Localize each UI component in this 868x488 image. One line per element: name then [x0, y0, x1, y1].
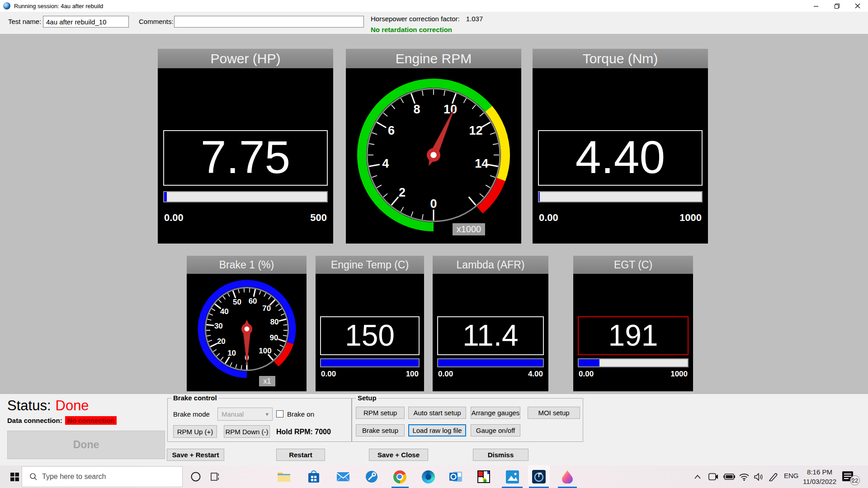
auto-start-setup-button[interactable]: Auto start setup	[408, 407, 466, 419]
edge-button[interactable]	[418, 465, 438, 488]
hp-correction: Horsepower correction factor:1.037	[371, 15, 483, 23]
gauge-area: Power (HP) 7.75 0.00 500 Engine RPM 0246…	[0, 34, 868, 394]
battery-button[interactable]	[722, 465, 737, 488]
brake1-dial: 0102030405060708090100	[187, 274, 307, 391]
lambda-range: 0.00 4.00	[438, 370, 543, 379]
clock[interactable]: 8:16 PM 11/03/2022	[803, 467, 836, 486]
title-bar: Running session: 4au after rebuild	[0, 0, 868, 12]
setup-group: Setup RPM setup Auto start setup Arrange…	[352, 398, 583, 442]
done-button[interactable]: Done	[7, 431, 165, 459]
torque-range: 0.00 1000	[539, 212, 702, 224]
task-view-icon	[210, 472, 220, 481]
svg-text:70: 70	[262, 304, 271, 313]
egt-max-label: 1000	[670, 370, 688, 379]
power-range: 0.00 500	[164, 212, 327, 224]
power-bar	[163, 191, 328, 202]
tray-expand-button[interactable]	[691, 465, 704, 488]
store-button[interactable]	[304, 465, 324, 488]
window-title: Running session: 4au after rebuild	[14, 3, 103, 9]
store-icon	[307, 470, 320, 483]
gauge-on-off-button[interactable]: Gauge on/off	[471, 424, 520, 436]
power-bar-fill	[164, 192, 167, 202]
egt-value-display: 191	[578, 316, 689, 355]
chrome-button[interactable]	[390, 465, 410, 488]
svg-text:14: 14	[475, 157, 488, 170]
gauge-egt-title: EGT (C)	[573, 256, 693, 274]
engine-temp-bar	[320, 358, 420, 367]
egt-bar	[578, 358, 689, 367]
wifi-button[interactable]	[737, 465, 751, 488]
volume-button[interactable]	[751, 465, 766, 488]
rpm-setup-button[interactable]: RPM setup	[356, 407, 405, 419]
clock-date: 11/03/2022	[803, 477, 836, 486]
arrange-gauges-button[interactable]: Arrange gauges	[471, 407, 520, 419]
mail-icon	[336, 471, 350, 483]
dyno-app-button[interactable]	[529, 465, 549, 488]
lambda-min-label: 0.00	[438, 370, 453, 379]
minimize-button[interactable]	[806, 0, 826, 12]
save-restart-button[interactable]: Save + Restart	[167, 449, 224, 461]
svg-text:40: 40	[220, 307, 229, 316]
save-close-button[interactable]: Save + Close	[369, 449, 428, 461]
comments-input[interactable]	[174, 16, 364, 28]
cortana-button[interactable]	[186, 465, 205, 488]
test-name-label: Test name:	[8, 18, 41, 25]
pen-icon	[769, 472, 778, 481]
rpm-multiplier-label: x1000	[453, 223, 485, 235]
load-raw-log-file-button[interactable]: Load raw log file	[408, 424, 466, 436]
task-view-button[interactable]	[205, 465, 224, 488]
brake-on-label: Brake on	[287, 410, 314, 418]
brake-control-legend: Brake control	[171, 394, 219, 402]
restart-button[interactable]: Restart	[276, 449, 325, 461]
brake-mode-value: Manual	[222, 410, 244, 418]
chrome-icon	[393, 470, 406, 483]
svg-text:80: 80	[270, 318, 279, 326]
pen-button[interactable]	[766, 465, 781, 488]
search-input[interactable]	[42, 473, 169, 481]
data-connection-status: No connection	[65, 416, 117, 425]
gauge-lambda-title: Lambda (AFR)	[433, 256, 548, 274]
status-line: Status:Done	[7, 398, 89, 414]
tools-button[interactable]	[362, 465, 382, 488]
chevron-up-icon	[694, 475, 701, 479]
brake-mode-select[interactable]: Manual▾	[217, 408, 273, 421]
data-connection-label: Data connection:	[7, 417, 62, 424]
rpm-down-button[interactable]: RPM Down (-)	[224, 425, 270, 438]
meet-now-button[interactable]	[706, 465, 721, 488]
lambda-bar-fill	[438, 359, 543, 366]
outlook-button[interactable]	[446, 465, 466, 488]
power-max-label: 500	[310, 212, 327, 224]
paint3d-button[interactable]	[557, 465, 577, 488]
lambda-bar	[437, 358, 544, 367]
start-button[interactable]	[5, 465, 24, 488]
svg-text:0: 0	[430, 197, 437, 211]
mondrian-app-button[interactable]	[474, 465, 494, 488]
dismiss-button[interactable]: Dismiss	[473, 449, 528, 461]
chevron-down-icon: ▾	[265, 411, 269, 418]
power-value-display: 7.75	[163, 130, 328, 186]
svg-text:12: 12	[469, 124, 483, 137]
file-explorer-button[interactable]	[274, 465, 294, 488]
moi-setup-button[interactable]: MOI setup	[528, 407, 580, 419]
gauge-lambda: Lambda (AFR) 11.4 0.00 4.00	[433, 256, 548, 391]
test-name-input[interactable]	[43, 16, 129, 28]
egt-range: 0.00 1000	[579, 370, 688, 379]
clock-time: 8:16 PM	[803, 467, 836, 477]
rpm-up-button[interactable]: RPM Up (+)	[173, 425, 217, 438]
photos-button[interactable]	[502, 465, 522, 488]
gauge-brake1: Brake 1 (%) 0102030405060708090100 x1	[187, 256, 307, 391]
brake-on-checkbox[interactable]	[276, 410, 283, 418]
hold-rpm-label: Hold RPM: 7000	[276, 428, 331, 436]
language-indicator[interactable]: ENG	[784, 472, 799, 479]
retardation-status: No retardation correction	[371, 26, 452, 33]
gauge-power-title: Power (HP)	[158, 49, 333, 68]
restore-button[interactable]	[826, 0, 847, 12]
brake-setup-button[interactable]: Brake setup	[356, 424, 405, 436]
gauge-torque-title: Torque (Nm)	[533, 49, 708, 68]
close-button[interactable]	[847, 0, 868, 12]
control-area: Status:Done Data connection:No connectio…	[0, 394, 868, 465]
outlook-icon	[449, 470, 462, 483]
mail-button[interactable]	[333, 465, 353, 488]
battery-icon	[723, 474, 735, 480]
taskbar-search[interactable]	[22, 466, 183, 487]
